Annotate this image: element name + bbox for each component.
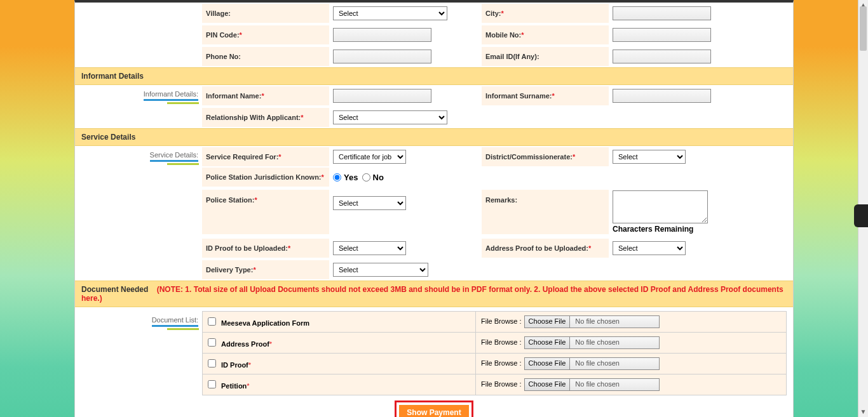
required-for-label: Service Required For:* [202, 147, 329, 166]
table-row: Petition*File Browse :Choose FileNo file… [203, 374, 787, 395]
required-star: * [247, 382, 249, 390]
choose-file-button[interactable]: Choose File [525, 337, 571, 348]
email-label: Email ID(If Any): [482, 47, 609, 66]
informant-name-label: Informant Name:* [202, 86, 329, 105]
scroll-down-arrow[interactable]: ▼ [858, 407, 868, 417]
doc-file-cell: File Browse :Choose FileNo file chosen [476, 374, 787, 395]
file-name-text: No file chosen [570, 379, 659, 390]
relationship-label: Relationship With Applicant:* [202, 108, 329, 127]
file-browse-label: File Browse : [481, 338, 522, 346]
doc-checkbox[interactable] [208, 338, 216, 347]
table-row: ID Proof*File Browse :Choose FileNo file… [203, 354, 787, 374]
required-star: * [248, 361, 251, 369]
doc-label-cell: Address Proof* [203, 333, 476, 354]
content-area: Village: Select City:* PIN Code:* Mobile… [75, 3, 793, 417]
doc-file-cell: File Browse :Choose FileNo file chosen [476, 354, 787, 374]
id-proof-label: ID Proof to be Uploaded:* [202, 239, 329, 258]
file-browse-label: File Browse : [481, 317, 522, 325]
file-input[interactable]: Choose FileNo file chosen [524, 336, 660, 349]
phone-input[interactable] [333, 50, 431, 63]
doc-file-cell: File Browse :Choose FileNo file chosen [476, 312, 787, 333]
file-input[interactable]: Choose FileNo file chosen [524, 315, 660, 328]
doc-label: Address Proof [221, 340, 269, 348]
relationship-select[interactable]: Select [333, 110, 447, 124]
jurisdiction-yes-label: Yes [344, 173, 358, 182]
service-block: Service Details: Service Required For:* … [81, 146, 787, 281]
file-name-text: No file chosen [570, 316, 659, 328]
informant-name-input[interactable] [333, 89, 431, 103]
jurisdiction-no-radio[interactable] [362, 173, 370, 182]
jurisdiction-label: Police Station Jurisdiction Known:* [202, 168, 329, 187]
doc-checkbox[interactable] [208, 317, 216, 326]
district-select[interactable]: Select [613, 150, 686, 164]
city-label: City:* [482, 4, 609, 23]
doc-label: ID Proof [221, 361, 248, 369]
jurisdiction-radio-group: Yes No [329, 168, 482, 187]
doc-label: Meeseva Application Form [221, 319, 309, 327]
city-input[interactable] [613, 6, 711, 20]
file-browse-label: File Browse : [481, 380, 522, 388]
address-grid: Village: Select City:* PIN Code:* Mobile… [202, 3, 787, 67]
file-browse-label: File Browse : [481, 359, 522, 367]
mobile-input[interactable] [613, 28, 711, 42]
file-name-text: No file chosen [570, 337, 659, 348]
choose-file-button[interactable]: Choose File [525, 358, 571, 369]
doc-label-cell: Meeseva Application Form [203, 312, 476, 333]
doc-label: Petition [221, 382, 247, 390]
address-side-label [81, 3, 202, 67]
doc-checkbox[interactable] [208, 359, 216, 367]
scroll-thumb[interactable] [860, 6, 867, 51]
jurisdiction-no-label: No [373, 173, 384, 182]
village-select[interactable]: Select [333, 6, 447, 20]
informant-section-header: Informant Details [75, 67, 793, 85]
doc-file-cell: File Browse :Choose FileNo file chosen [476, 333, 787, 354]
choose-file-button[interactable]: Choose File [525, 379, 571, 390]
chars-remaining-label: Characters Remaining [613, 225, 693, 234]
choose-file-button[interactable]: Choose File [525, 316, 571, 328]
document-note: (NOTE: 1. Total size of all Upload Docum… [81, 285, 783, 303]
show-payment-highlight: Show Payment [395, 400, 473, 417]
police-station-select[interactable]: Select [333, 196, 406, 210]
service-section-header: Service Details [75, 128, 793, 146]
email-input[interactable] [613, 50, 711, 63]
mobile-label: Mobile No:* [482, 25, 609, 44]
document-table: Meeseva Application FormFile Browse :Cho… [202, 311, 787, 395]
id-proof-select[interactable]: Select [333, 241, 406, 255]
informant-block: Informant Details: Informant Name:* Info… [81, 85, 787, 128]
file-input[interactable]: Choose FileNo file chosen [524, 357, 660, 370]
pin-label: PIN Code:* [202, 25, 329, 44]
document-side-label: Document List: [81, 311, 202, 395]
district-label: District/Commissionerate:* [482, 147, 609, 166]
addr-proof-select[interactable]: Select [613, 241, 686, 255]
required-star: * [269, 340, 272, 348]
addr-proof-label: Address Proof to be Uploaded:* [482, 239, 609, 258]
phone-label: Phone No: [202, 47, 329, 66]
service-side-label: Service Details: [81, 146, 202, 281]
informant-side-label: Informant Details: [81, 85, 202, 128]
pin-input[interactable] [333, 28, 431, 42]
doc-label-cell: Petition* [203, 374, 476, 395]
document-block: Document List: Meeseva Application FormF… [81, 307, 787, 395]
informant-grid: Informant Name:* Informant Surname:* Rel… [202, 85, 787, 128]
remarks-textarea[interactable] [613, 190, 708, 223]
required-for-select[interactable]: Certificate for job [333, 150, 406, 164]
side-feedback-tab[interactable] [854, 204, 868, 227]
doc-label-cell: ID Proof* [203, 354, 476, 374]
police-station-label: Police Station:* [202, 190, 329, 234]
page-container: Village: Select City:* PIN Code:* Mobile… [74, 0, 794, 417]
table-row: Address Proof*File Browse :Choose FileNo… [203, 333, 787, 354]
file-input[interactable]: Choose FileNo file chosen [524, 378, 660, 391]
informant-surname-label: Informant Surname:* [482, 86, 609, 105]
document-section-header: Document Needed (NOTE: 1. Total size of … [75, 281, 793, 307]
service-grid: Service Required For:* Certificate for j… [202, 146, 787, 281]
delivery-label: Delivery Type:* [202, 260, 329, 279]
jurisdiction-yes-radio[interactable] [333, 173, 341, 182]
informant-surname-input[interactable] [613, 89, 711, 103]
table-row: Meeseva Application FormFile Browse :Cho… [203, 312, 787, 333]
delivery-select[interactable]: Select [333, 263, 428, 277]
show-payment-wrap: Show Payment [81, 395, 787, 417]
village-label: Village: [202, 4, 329, 23]
show-payment-button[interactable]: Show Payment [398, 404, 469, 417]
address-block: Village: Select City:* PIN Code:* Mobile… [81, 3, 787, 67]
doc-checkbox[interactable] [208, 380, 216, 388]
